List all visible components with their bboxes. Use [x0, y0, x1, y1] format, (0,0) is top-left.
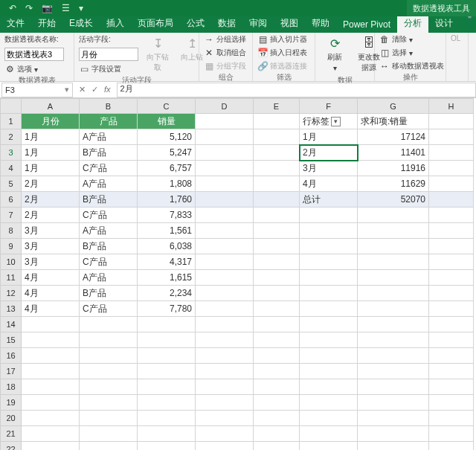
- cell-C16[interactable]: [138, 348, 196, 364]
- col-header-B[interactable]: B: [80, 99, 138, 114]
- select-all-corner[interactable]: [1, 99, 22, 114]
- cell-G18[interactable]: [358, 379, 429, 395]
- group-selection-button[interactable]: →分组选择: [204, 34, 246, 45]
- cell-G11[interactable]: [358, 270, 429, 286]
- row-header-19[interactable]: 19: [1, 395, 22, 411]
- cell-C3[interactable]: 5,247: [138, 145, 196, 161]
- col-header-G[interactable]: G: [358, 99, 429, 114]
- cell-A3[interactable]: 1月: [22, 145, 80, 161]
- row-header-2[interactable]: 2: [1, 129, 22, 145]
- cell-B6[interactable]: B产品: [80, 192, 138, 208]
- cell-A6[interactable]: 2月: [22, 192, 80, 208]
- menu-icon[interactable]: ☰: [62, 3, 70, 13]
- cell-G21[interactable]: [358, 426, 429, 442]
- cell-H17[interactable]: [429, 364, 474, 379]
- cell-G7[interactable]: [358, 208, 429, 223]
- cell-H7[interactable]: [429, 208, 474, 223]
- cell-G12[interactable]: [358, 286, 429, 301]
- cell-C12[interactable]: 2,234: [138, 286, 196, 301]
- options-button[interactable]: ⚙选项▾: [4, 64, 64, 74]
- cell-B13[interactable]: C产品: [80, 301, 138, 317]
- tab-审阅[interactable]: 审阅: [242, 14, 274, 33]
- cell-H13[interactable]: [429, 301, 474, 317]
- cell-E9[interactable]: [254, 239, 300, 254]
- cell-F12[interactable]: [300, 286, 358, 301]
- cell-B2[interactable]: A产品: [80, 129, 138, 145]
- field-settings-button[interactable]: ▭字段设置: [79, 64, 138, 74]
- cell-F17[interactable]: [300, 364, 358, 379]
- cell-E7[interactable]: [254, 208, 300, 223]
- tab-分析[interactable]: 分析: [397, 14, 428, 33]
- cell-E21[interactable]: [254, 426, 300, 442]
- cell-H11[interactable]: [429, 270, 474, 286]
- undo-icon[interactable]: ↶: [9, 3, 16, 13]
- cell-C9[interactable]: 6,038: [138, 239, 196, 254]
- cell-E19[interactable]: [254, 395, 300, 411]
- select-button[interactable]: ◫选择▾: [379, 48, 444, 58]
- cell-F10[interactable]: [300, 254, 358, 270]
- cell-H2[interactable]: [429, 129, 474, 145]
- cell-H22[interactable]: [429, 442, 474, 451]
- cell-E15[interactable]: [254, 332, 300, 348]
- tab-开始[interactable]: 开始: [31, 14, 62, 33]
- cell-B11[interactable]: A产品: [80, 270, 138, 286]
- cell-C17[interactable]: [138, 364, 196, 379]
- cell-D14[interactable]: [196, 317, 254, 332]
- cell-B7[interactable]: C产品: [80, 208, 138, 223]
- cell-E17[interactable]: [254, 364, 300, 379]
- cell-F5[interactable]: 4月: [300, 176, 358, 192]
- cell-E20[interactable]: [254, 411, 300, 426]
- cell-F18[interactable]: [300, 379, 358, 395]
- cell-B16[interactable]: [80, 348, 138, 364]
- col-header-A[interactable]: A: [22, 99, 80, 114]
- cell-G3[interactable]: 11401: [358, 145, 429, 161]
- cell-E12[interactable]: [254, 286, 300, 301]
- cell-A18[interactable]: [22, 379, 80, 395]
- cell-C14[interactable]: [138, 317, 196, 332]
- cell-F7[interactable]: [300, 208, 358, 223]
- cell-H14[interactable]: [429, 317, 474, 332]
- cell-B8[interactable]: A产品: [80, 223, 138, 239]
- redo-icon[interactable]: ↷: [25, 3, 33, 13]
- filter-dropdown-icon[interactable]: ▾: [331, 117, 341, 126]
- cell-E4[interactable]: [254, 161, 300, 176]
- cell-G9[interactable]: [358, 239, 429, 254]
- fx-icon[interactable]: fx: [104, 85, 111, 94]
- cell-A15[interactable]: [22, 332, 80, 348]
- cell-F19[interactable]: [300, 395, 358, 411]
- cell-A5[interactable]: 2月: [22, 176, 80, 192]
- cell-C19[interactable]: [138, 395, 196, 411]
- cell-G4[interactable]: 11916: [358, 161, 429, 176]
- row-header-5[interactable]: 5: [1, 176, 22, 192]
- cell-F20[interactable]: [300, 411, 358, 426]
- tab-E成长[interactable]: E成长: [62, 14, 100, 33]
- cell-E16[interactable]: [254, 348, 300, 364]
- cell-A9[interactable]: 3月: [22, 239, 80, 254]
- cell-A19[interactable]: [22, 395, 80, 411]
- cell-F14[interactable]: [300, 317, 358, 332]
- col-header-D[interactable]: D: [196, 99, 254, 114]
- qat-more-icon[interactable]: ▾: [79, 3, 83, 13]
- cell-A4[interactable]: 1月: [22, 161, 80, 176]
- cell-A2[interactable]: 1月: [22, 129, 80, 145]
- cell-A13[interactable]: 4月: [22, 301, 80, 317]
- move-pivot-button[interactable]: ↔移动数据透视表: [379, 61, 444, 71]
- cell-E18[interactable]: [254, 379, 300, 395]
- cell-H16[interactable]: [429, 348, 474, 364]
- cell-H18[interactable]: [429, 379, 474, 395]
- tab-页面布局[interactable]: 页面布局: [131, 14, 180, 33]
- tab-Power Pivot[interactable]: Power Pivot: [336, 16, 397, 33]
- cell-C2[interactable]: 5,120: [138, 129, 196, 145]
- cell-A14[interactable]: [22, 317, 80, 332]
- cell-A7[interactable]: 2月: [22, 208, 80, 223]
- cell-G22[interactable]: [358, 442, 429, 451]
- cell-E8[interactable]: [254, 223, 300, 239]
- row-header-17[interactable]: 17: [1, 364, 22, 379]
- worksheet[interactable]: ABCDEFGH1月份产品销量行标签▾求和项:销量21月A产品5,1201月17…: [0, 98, 476, 450]
- cell-A11[interactable]: 4月: [22, 270, 80, 286]
- formula-input[interactable]: 2月: [117, 83, 476, 97]
- cell-D4[interactable]: [196, 161, 254, 176]
- cell-F8[interactable]: [300, 223, 358, 239]
- row-header-22[interactable]: 22: [1, 442, 22, 451]
- cell-C7[interactable]: 7,833: [138, 208, 196, 223]
